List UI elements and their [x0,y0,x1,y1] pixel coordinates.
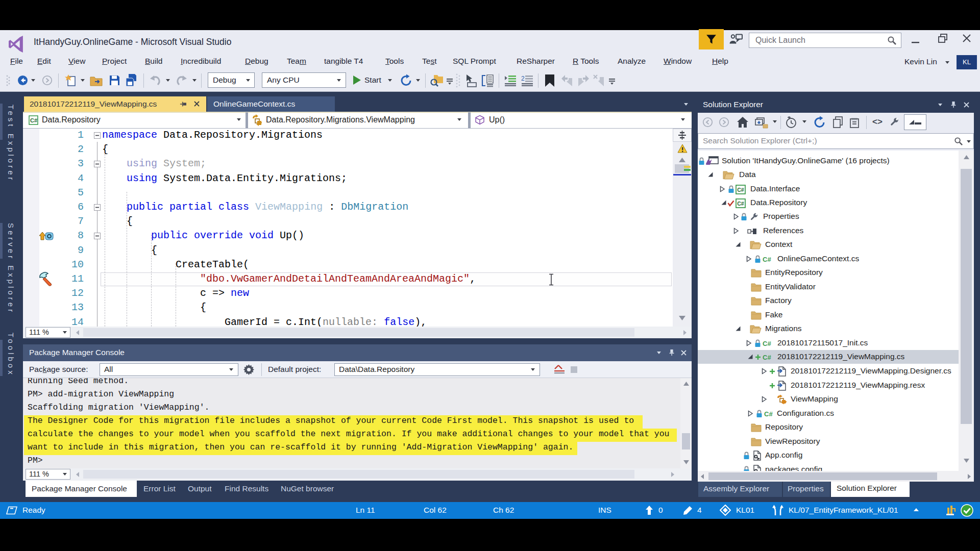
svg-text:C#: C# [30,117,37,123]
svg-text:C#: C# [764,410,773,418]
svg-text:C#: C# [737,201,744,207]
svg-text:C#: C# [763,256,771,263]
svg-text:C#: C# [763,340,771,347]
svg-text:C#: C# [737,187,744,193]
svg-text:2: 2 [521,75,525,82]
svg-text:C#: C# [763,354,771,361]
